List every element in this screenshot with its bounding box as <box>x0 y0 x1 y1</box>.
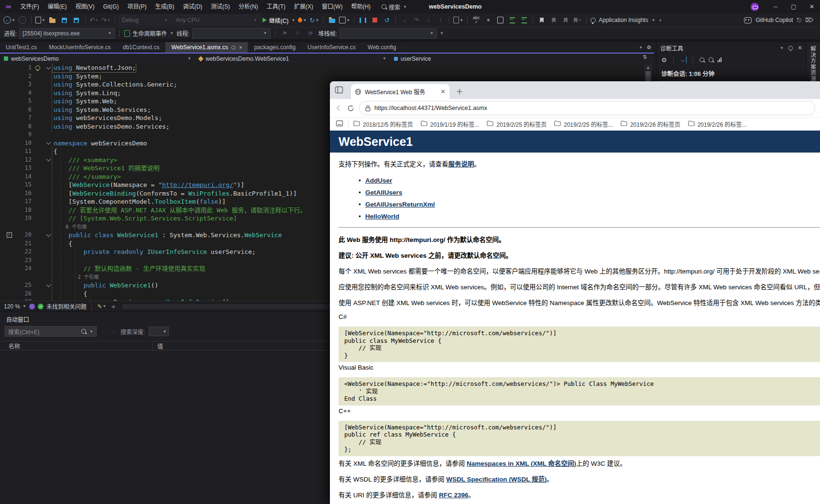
scroll-left-icon[interactable]: ◄ <box>110 303 116 310</box>
menu-item[interactable]: Git(G) <box>99 0 123 13</box>
show-next-statement-button[interactable]: → <box>399 15 410 25</box>
operation-link[interactable]: AddUser <box>365 177 392 184</box>
copy-structure-button[interactable] <box>495 15 505 25</box>
tab-list-dropdown-icon[interactable]: ▼ <box>639 45 643 50</box>
collapse-chevron-icon[interactable] <box>46 65 51 69</box>
document-tab[interactable]: MockUserInfoService.cs <box>43 42 117 53</box>
collapse-chevron-icon[interactable] <box>46 232 51 237</box>
step-into-button[interactable]: ↓ <box>423 15 434 25</box>
search-depth-dropdown[interactable]: ▼ <box>149 327 169 336</box>
operation-link[interactable]: GetAllUsersReturnXml <box>365 201 435 208</box>
collapse-chevron-icon[interactable] <box>46 282 51 287</box>
document-tab[interactable]: db1Context.cs <box>117 42 166 53</box>
menu-item[interactable]: 调试(D) <box>178 0 207 13</box>
bookmark-folder[interactable]: 2019/2/25 的标签页 <box>487 120 547 128</box>
collapse-chevron-icon[interactable] <box>46 157 51 162</box>
zoom-in-icon[interactable] <box>700 57 704 62</box>
menu-item[interactable]: 测试(S) <box>207 0 234 13</box>
tab-close-icon[interactable]: ✕ <box>440 88 446 95</box>
menu-item[interactable]: 生成(B) <box>151 0 178 13</box>
hot-reload-button[interactable]: ▼ <box>297 15 307 25</box>
operation-link[interactable]: GetAllUsers <box>365 189 402 196</box>
previous-bookmark-button[interactable] <box>548 15 559 25</box>
menu-item[interactable]: 项目(P) <box>123 0 151 13</box>
menu-item[interactable]: 工具(T) <box>262 0 290 13</box>
stop-debugging-button[interactable] <box>370 15 380 25</box>
bookmark-folder[interactable]: 2018/12/5 的标签页 <box>353 120 413 128</box>
clear-bookmarks-button[interactable]: ▼ <box>572 15 583 25</box>
browser-active-tab[interactable]: WebService1 Web 服务 ✕ <box>351 84 449 99</box>
browser-reload-button[interactable] <box>347 105 354 112</box>
collapse-chevron-icon[interactable] <box>46 140 51 145</box>
break-all-button[interactable] <box>358 15 368 25</box>
redo-button[interactable]: ↷▼ <box>101 15 111 25</box>
browser-back-button[interactable] <box>335 104 342 112</box>
restart-app-button[interactable]: ↻▼ <box>309 15 319 25</box>
reading-list-icon[interactable] <box>336 120 343 128</box>
operation-link[interactable]: HelloWorld <box>365 213 399 220</box>
quick-actions-lightbulb-icon[interactable] <box>35 66 40 70</box>
document-tab[interactable]: packages.config <box>248 42 302 53</box>
maximize-button[interactable]: ▢ <box>786 0 802 13</box>
bookmark-folder[interactable]: 2019/2/26 的标签页 <box>621 120 680 128</box>
wsdl-spec-link[interactable]: WSDL Specification (WSDL 规范) <box>446 476 547 483</box>
menu-item[interactable]: 扩展(X) <box>290 0 317 13</box>
toggle-flagged-button[interactable]: ⟳ <box>306 28 316 39</box>
diagnostics-settings-gear-icon[interactable]: ⚙ <box>661 56 667 64</box>
step-over-button[interactable]: ↷ <box>411 15 422 25</box>
scroll-up-icon[interactable]: ▲ <box>644 65 652 70</box>
xml-namespaces-link[interactable]: Namespaces in XML (XML 命名空间) <box>467 460 576 467</box>
minimize-button[interactable]: ─ <box>767 0 784 13</box>
autos-search-input[interactable]: 搜索(Ctrl+E) ▼ <box>5 326 97 337</box>
column-name-header[interactable]: 名称 <box>0 342 153 350</box>
tab-search-icon[interactable] <box>335 86 343 96</box>
document-tab[interactable]: Web.config <box>362 42 403 53</box>
menu-item[interactable]: 视图(V) <box>71 0 99 13</box>
document-tab[interactable]: UnitTest1.cs <box>0 42 43 53</box>
toggle-bookmark-button[interactable] <box>536 15 547 25</box>
github-copilot-label[interactable]: GitHub Copilot <box>755 17 793 23</box>
menu-item[interactable]: 编辑(E) <box>44 0 71 13</box>
thread-dropdown[interactable]: ▼ <box>192 28 271 39</box>
pin-tab-icon[interactable] <box>231 44 236 50</box>
codelens-references[interactable]: 6 个引用 <box>54 224 87 230</box>
live-share-icon[interactable] <box>29 304 35 309</box>
spell-check-button[interactable]: abc✓ <box>471 15 481 25</box>
breadcrumb-member[interactable]: userService <box>390 55 585 62</box>
share-icon[interactable]: ⎋ <box>797 17 802 23</box>
document-tab[interactable]: WebService1.asmx.cs× <box>165 42 248 53</box>
service-description-link[interactable]: 服务说明 <box>448 161 474 168</box>
close-button[interactable]: ✕ <box>804 0 820 13</box>
select-block-button[interactable]: ⌖ <box>483 15 493 25</box>
url-field[interactable]: https://localhost:44371/WebService1.asmx <box>359 101 815 115</box>
decrease-indent-button[interactable] <box>507 15 517 25</box>
search-control[interactable]: 搜索 ▼ <box>382 3 407 11</box>
zoom-out-icon[interactable] <box>709 57 713 62</box>
breakpoint-settings-button[interactable]: ▼ <box>453 15 464 25</box>
new-file-button[interactable]: ▼ <box>35 15 46 25</box>
zoom-level-dropdown[interactable]: 120 %▼ <box>4 303 26 310</box>
navigate-forward-button[interactable]: → <box>17 15 28 25</box>
bookmark-folder[interactable]: 2019/1/19 的标签... <box>421 120 480 128</box>
select-tools-icon[interactable]: → <box>680 56 687 63</box>
split-editor-icon[interactable]: ⇅ <box>643 54 647 60</box>
tab-options-gear-icon[interactable]: ⚙ <box>646 44 651 51</box>
restart-debugging-button[interactable]: ↺ <box>382 15 392 25</box>
menu-item[interactable]: 文件(F) <box>16 0 43 13</box>
solution-platform-dropdown[interactable]: Any CPU▼ <box>173 15 261 25</box>
flag-threads-button[interactable]: ⚑ <box>280 28 290 39</box>
open-file-button[interactable] <box>47 15 58 25</box>
increase-indent-button[interactable] <box>519 15 529 25</box>
chart-icon[interactable] <box>718 57 722 62</box>
sign-out-icon[interactable]: ⌦ <box>805 17 813 23</box>
step-out-button[interactable]: ↑ <box>435 15 446 25</box>
save-button[interactable] <box>59 15 70 25</box>
window-position-dropdown-icon[interactable]: ▼ <box>780 46 784 50</box>
stackframe-dropdown[interactable]: ▼ <box>339 28 437 39</box>
attach-process-button[interactable] <box>327 15 337 25</box>
inheritance-glyph-icon[interactable]: ↑ <box>7 232 12 238</box>
next-bookmark-button[interactable] <box>560 15 571 25</box>
navigate-back-button[interactable]: ←▼ <box>3 15 16 25</box>
account-avatar[interactable] <box>751 3 759 11</box>
pin-icon[interactable] <box>787 45 794 51</box>
